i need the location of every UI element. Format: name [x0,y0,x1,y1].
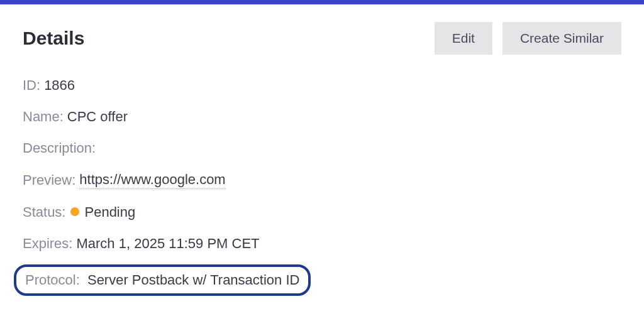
protocol-row: Protocol: Server Postback w/ Transaction… [23,269,621,296]
preview-link[interactable]: https://www.google.com [79,171,225,189]
name-row: Name: CPC offer [23,109,621,125]
preview-row: Preview: https://www.google.com [23,171,621,189]
id-row: ID: 1866 [23,77,621,94]
protocol-highlight: Protocol: Server Postback w/ Transaction… [14,264,311,296]
details-panel: Details Edit Create Similar ID: 1866 Nam… [0,0,644,326]
description-row: Description: [23,140,621,156]
edit-button[interactable]: Edit [435,22,492,55]
details-list: ID: 1866 Name: CPC offer Description: Pr… [23,77,621,296]
name-label: Name: [23,109,64,125]
page-title: Details [23,28,84,49]
header-row: Details Edit Create Similar [23,22,621,55]
status-row: Status: Pending [23,204,621,220]
preview-label: Preview: [23,172,75,188]
status-dot-icon [70,207,79,216]
protocol-label: Protocol: [25,272,80,288]
expires-label: Expires: [23,236,72,252]
status-label: Status: [23,204,65,220]
button-group: Edit Create Similar [435,22,621,55]
description-label: Description: [23,140,96,156]
create-similar-button[interactable]: Create Similar [502,22,621,55]
expires-value: March 1, 2025 11:59 PM CET [76,236,259,252]
id-label: ID: [23,77,40,94]
name-value: CPC offer [67,109,128,125]
protocol-value: Server Postback w/ Transaction ID [87,272,299,288]
expires-row: Expires: March 1, 2025 11:59 PM CET [23,236,621,252]
id-value: 1866 [44,77,75,94]
status-value: Pending [84,204,135,220]
